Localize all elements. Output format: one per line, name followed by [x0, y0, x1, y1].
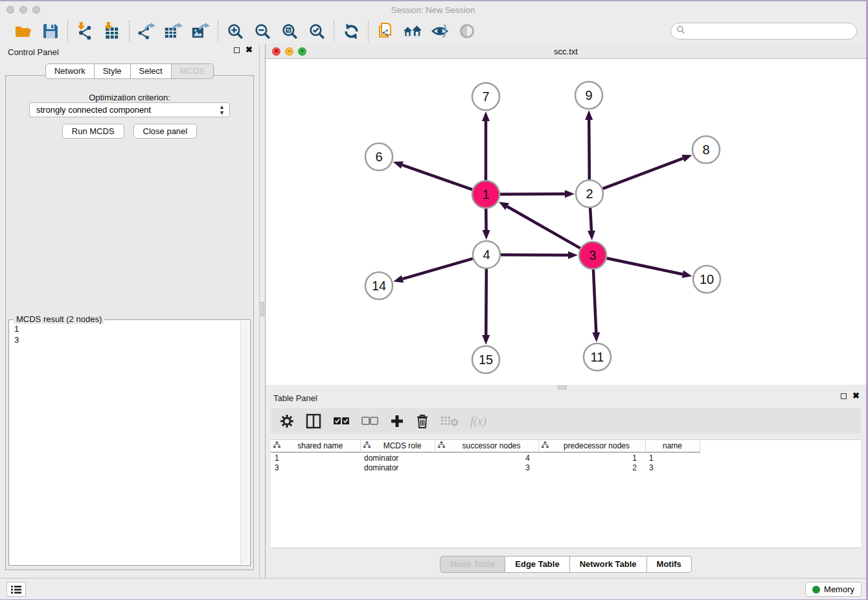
column-layout-icon[interactable] [306, 413, 321, 429]
vertical-splitter[interactable] [259, 44, 266, 578]
column-header-shared-name[interactable]: shared name [271, 440, 360, 452]
control-panel-title: Control Panel [8, 47, 59, 57]
table-cell[interactable]: 2 [538, 463, 645, 473]
hide-graphics-details-icon[interactable] [430, 21, 450, 41]
mcds-result-text[interactable]: 1 3 [10, 321, 240, 564]
network-graph[interactable]: 7968124314101511 [266, 59, 866, 385]
tab-node-table[interactable]: Node Table [440, 556, 505, 573]
zoom-out-icon[interactable] [253, 21, 272, 41]
edge-4-15[interactable] [486, 269, 486, 335]
edge-arrowhead [393, 275, 404, 283]
clone-network-icon[interactable] [376, 21, 395, 41]
column-header-predecessor-nodes[interactable]: predecessor nodes [538, 440, 645, 452]
edge-3-1[interactable] [507, 207, 580, 248]
table-cell[interactable]: dominator [360, 452, 435, 463]
tab-mcds[interactable]: MCDS [172, 63, 214, 79]
table-cell[interactable]: 3 [645, 463, 700, 473]
edge-arrowhead [681, 155, 692, 162]
node-label-11: 11 [591, 350, 604, 364]
table-cell[interactable]: 1 [538, 452, 645, 463]
edge-4-3[interactable] [501, 255, 568, 255]
splitter-grip-icon[interactable] [260, 302, 264, 316]
table-cell[interactable]: 3 [271, 463, 360, 473]
node-label-3: 3 [589, 248, 596, 262]
refresh-layout-icon[interactable] [341, 21, 361, 41]
table-row[interactable]: 1dominator411 [271, 452, 700, 463]
network-canvas[interactable]: 7968124314101511 [266, 59, 866, 385]
edge-2-3[interactable] [590, 208, 591, 231]
memory-status-icon [812, 586, 820, 594]
zoom-selected-icon[interactable] [307, 21, 326, 41]
criterion-select-value: strongly connected component [36, 105, 151, 115]
criterion-select[interactable]: strongly connected component ▲▼ [29, 102, 230, 117]
import-network-icon[interactable] [75, 21, 95, 41]
float-panel-icon[interactable] [234, 47, 240, 53]
gear-icon[interactable] [280, 414, 294, 428]
table-panel: Table Panel ✖ f(x) shared nameMCDS roles… [266, 390, 866, 578]
horizontal-splitter[interactable] [266, 385, 866, 390]
edge-3-10[interactable] [607, 259, 683, 275]
chevron-updown-icon: ▲▼ [219, 104, 225, 116]
status-bar: Memory [0, 578, 866, 599]
deselect-all-icon[interactable] [361, 417, 378, 426]
control-panel-tabs: NetworkStyleSelectMCDS [0, 63, 259, 79]
control-panel: Control Panel ✖ NetworkStyleSelectMCDS O… [0, 44, 259, 578]
optimization-criterion-label: Optimization criterion: [6, 93, 253, 102]
function-builder-icon: f(x) [470, 415, 486, 428]
tab-motifs[interactable]: Motifs [647, 556, 692, 573]
column-header-name[interactable]: name [645, 440, 700, 452]
node-table[interactable]: shared nameMCDS rolesuccessor nodesprede… [271, 439, 861, 548]
select-all-icon[interactable] [333, 417, 350, 426]
close-panel-button[interactable]: Close panel [133, 124, 198, 139]
home-networks-icon[interactable] [403, 21, 422, 41]
edge-3-11[interactable] [593, 270, 596, 332]
import-table-icon[interactable] [102, 21, 122, 41]
memory-label: Memory [824, 584, 854, 594]
table-cell[interactable]: 1 [271, 452, 360, 463]
eye-disabled-icon[interactable] [457, 21, 477, 41]
table-cell[interactable]: 4 [435, 452, 538, 463]
edge-1-2[interactable] [500, 194, 565, 194]
node-label-14: 14 [372, 279, 386, 293]
edge-4-14[interactable] [403, 259, 473, 279]
network-window-titlebar[interactable]: ✕ − + scc.txt [266, 44, 866, 59]
run-mcds-button[interactable]: Run MCDS [62, 124, 124, 139]
close-panel-icon[interactable]: ✖ [246, 47, 253, 53]
export-image-icon[interactable] [191, 21, 211, 41]
node-label-6: 6 [375, 150, 382, 164]
table-cell[interactable]: 3 [435, 463, 538, 473]
window-title: Session: New Session [0, 5, 866, 15]
open-folder-icon[interactable] [14, 21, 33, 41]
tab-select[interactable]: Select [131, 63, 172, 79]
zoom-in-icon[interactable] [225, 21, 245, 41]
close-table-panel-icon[interactable]: ✖ [852, 393, 860, 399]
column-header-MCDS-role[interactable]: MCDS role [360, 440, 435, 452]
save-icon[interactable] [41, 21, 60, 41]
float-table-panel-icon[interactable] [841, 393, 847, 399]
search-field[interactable] [670, 23, 857, 40]
column-header-successor-nodes[interactable]: successor nodes [435, 440, 538, 452]
network-title: scc.txt [266, 47, 866, 56]
tab-edge-table[interactable]: Edge Table [505, 556, 569, 573]
table-cell[interactable]: dominator [360, 463, 435, 473]
tab-style[interactable]: Style [95, 63, 131, 79]
export-network-icon[interactable] [137, 21, 156, 41]
zoom-fit-icon[interactable] [280, 21, 299, 41]
tab-network[interactable]: Network [45, 63, 95, 79]
table-cell[interactable]: 1 [645, 452, 700, 463]
delete-column-icon[interactable] [416, 413, 429, 429]
task-history-button[interactable] [6, 582, 26, 597]
tab-network-table[interactable]: Network Table [570, 556, 647, 573]
edge-2-9[interactable] [589, 120, 589, 179]
export-table-icon[interactable] [164, 21, 183, 41]
splitter-grip-icon[interactable] [558, 386, 567, 389]
node-label-2: 2 [586, 187, 593, 201]
add-column-icon[interactable] [390, 414, 404, 428]
edge-1-6[interactable] [402, 165, 472, 190]
search-input[interactable] [689, 27, 856, 36]
memory-button[interactable]: Memory [805, 582, 862, 597]
result-scrollbar[interactable] [240, 321, 249, 564]
table-row[interactable]: 3dominator323 [271, 463, 700, 473]
tree-icon [273, 441, 283, 450]
edge-2-8[interactable] [603, 158, 683, 189]
